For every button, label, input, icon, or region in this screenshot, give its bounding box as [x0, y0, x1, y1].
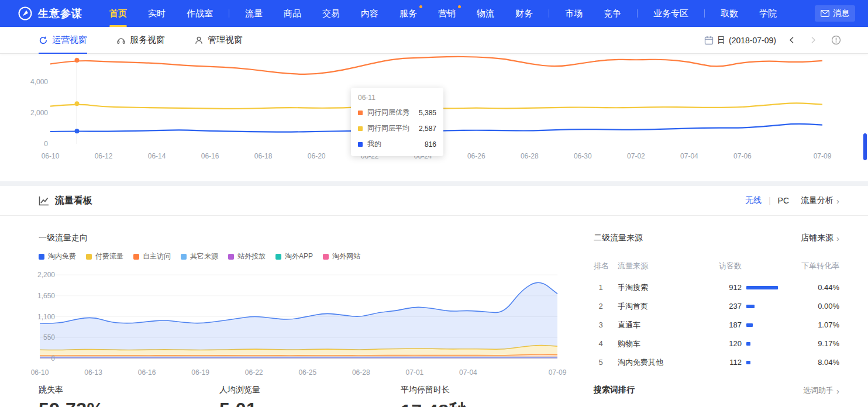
x-tick-label: 06-26	[467, 152, 485, 160]
x-tick-label: 06-16	[138, 368, 156, 377]
y-tick-label: 550	[23, 333, 55, 342]
next-date-button[interactable]	[811, 36, 816, 44]
legend-swatch	[275, 254, 281, 260]
stat-pages-per-visit: 人均浏览量 5.01	[219, 385, 260, 407]
tooltip-series-label: 我的	[367, 139, 381, 149]
date-granularity[interactable]: 日	[717, 35, 725, 46]
traffic-analysis-link[interactable]: 流量分析 ›	[801, 195, 839, 206]
nav-item-logistics[interactable]: 物流	[466, 0, 505, 27]
nav-item-content[interactable]: 内容	[350, 0, 389, 27]
legend-swatch	[133, 254, 139, 260]
traffic-board-card: 流量看板 无线 | PC 流量分析 › 一级流量走向 淘内免费 付费流量 自主访…	[0, 186, 868, 407]
legend-item[interactable]: 其它来源	[181, 251, 218, 261]
x-tick-label: 06-25	[298, 368, 316, 377]
x-tick-label: 07-01	[406, 368, 424, 377]
traffic-source-row[interactable]: 4 购物车 120 9.17%	[594, 334, 839, 353]
industry-trend-chart-card: 02,0004,000 06-1006-1206-1406-1606-1806-…	[0, 54, 868, 181]
alert-info-icon[interactable]	[831, 35, 841, 45]
nav-item-business-zone[interactable]: 业务专区	[643, 0, 699, 27]
legend-swatch	[323, 254, 329, 260]
x-tick-label: 07-02	[627, 152, 645, 160]
tab-label: 管理视窗	[208, 35, 243, 46]
traffic-source-row[interactable]: 2 手淘首页 237 0.00%	[594, 297, 839, 316]
nav-item-products[interactable]: 商品	[273, 0, 312, 27]
nav-items: 首页 实时 作战室 流量 商品 交易 内容 服务 营销 物流 财务 市场 竞争 …	[99, 0, 815, 27]
tab-label: 服务视窗	[130, 35, 165, 46]
toggle-separator: |	[769, 196, 771, 205]
traffic-source-row[interactable]: 1 手淘搜索 912 0.44%	[594, 278, 839, 297]
visitors-bar	[746, 342, 750, 346]
nav-item-market[interactable]: 市场	[554, 0, 593, 27]
nav-item-marketing[interactable]: 营销	[428, 0, 466, 27]
toggle-pc[interactable]: PC	[778, 196, 789, 205]
legend-swatch	[228, 254, 234, 260]
nav-item-academy[interactable]: 学院	[749, 0, 787, 27]
legend-item[interactable]: 淘外APP	[275, 251, 313, 261]
tooltip-row: 同行同层优秀 5,385	[358, 108, 436, 118]
tab-service-view[interactable]: 服务视窗	[116, 27, 165, 54]
chevron-right-icon: ›	[836, 196, 839, 206]
tooltip-date: 06-11	[358, 94, 436, 102]
y-tick-label: 0	[23, 354, 55, 363]
visitors-bar	[746, 305, 755, 308]
y-tick-label: 0	[16, 140, 48, 148]
scrollbar-thumb[interactable]	[863, 133, 867, 160]
headset-icon	[116, 36, 126, 45]
word-helper-link[interactable]: 选词助手 ›	[803, 385, 839, 396]
nav-item-services[interactable]: 服务	[389, 0, 428, 27]
x-tick-label: 06-18	[254, 152, 273, 160]
messages-label: 消息	[833, 8, 849, 19]
person-icon	[194, 36, 204, 45]
x-tick-label: 06-14	[148, 152, 166, 160]
calendar-icon[interactable]	[704, 36, 714, 45]
nav-item-home[interactable]: 首页	[99, 0, 137, 27]
traffic-source-row[interactable]: 3 直通车 187 1.07%	[594, 316, 839, 334]
date-controls: 日 (2018-07-09)	[704, 35, 841, 46]
tab-operations-view[interactable]: 运营视窗	[39, 27, 87, 54]
nav-item-war-room[interactable]: 作战室	[176, 0, 223, 27]
prev-date-button[interactable]	[789, 36, 794, 44]
traffic-source-row[interactable]: 5 淘内免费其他 112 8.04%	[594, 353, 839, 372]
tab-management-view[interactable]: 管理视窗	[194, 27, 243, 54]
y-tick-label: 4,000	[16, 78, 48, 86]
traffic-area-chart[interactable]	[40, 272, 560, 361]
tooltip-row: 我的 816	[358, 139, 436, 149]
first-level-traffic-title: 一级流量走向	[39, 233, 88, 243]
legend-item[interactable]: 站外投放	[228, 251, 266, 261]
visitors-bar	[746, 323, 753, 327]
visitors-bar	[746, 361, 750, 364]
legend-item[interactable]: 淘内免费	[39, 251, 76, 261]
x-tick-label: 06-30	[574, 152, 592, 160]
chevron-right-icon: ›	[836, 386, 839, 396]
notification-dot	[458, 5, 461, 8]
nav-item-traffic[interactable]: 流量	[235, 0, 273, 27]
stat-avg-stay-time: 平均停留时长 17.48秒	[401, 385, 468, 407]
x-tick-label: 06-28	[352, 368, 370, 377]
x-tick-label: 06-13	[84, 368, 102, 377]
legend-item[interactable]: 付费流量	[86, 251, 123, 261]
divider	[0, 215, 868, 216]
top-nav: 生意参谋 首页 实时 作战室 流量 商品 交易 内容 服务 营销 物流 财务 市…	[0, 0, 868, 27]
messages-button[interactable]: 消息	[815, 5, 855, 22]
legend-item[interactable]: 淘外网站	[323, 251, 360, 261]
brand[interactable]: 生意参谋	[18, 6, 82, 21]
nav-item-realtime[interactable]: 实时	[137, 0, 176, 27]
nav-item-competition[interactable]: 竞争	[593, 0, 632, 27]
line-chart-icon	[39, 196, 49, 206]
nav-item-data-extract[interactable]: 取数	[710, 0, 749, 27]
traffic-board-header: 流量看板 无线 | PC 流量分析 ›	[0, 186, 868, 215]
toggle-wireless[interactable]: 无线	[745, 195, 762, 206]
nav-item-finance[interactable]: 财务	[505, 0, 543, 27]
tooltip-swatch	[358, 111, 363, 115]
tooltip-series-value: 5,385	[419, 109, 436, 117]
x-tick-label: 06-10	[31, 368, 49, 377]
legend-item[interactable]: 自主访问	[133, 251, 171, 261]
date-value[interactable]: (2018-07-09)	[729, 36, 776, 45]
shop-source-link[interactable]: 店铺来源 ›	[801, 233, 839, 243]
search-word-rank-title: 搜索词排行	[594, 385, 635, 395]
notification-dot	[419, 5, 422, 8]
mail-icon	[821, 10, 829, 17]
nav-separator	[229, 9, 229, 18]
tab-label: 运营视窗	[52, 35, 87, 46]
nav-item-transactions[interactable]: 交易	[312, 0, 350, 27]
